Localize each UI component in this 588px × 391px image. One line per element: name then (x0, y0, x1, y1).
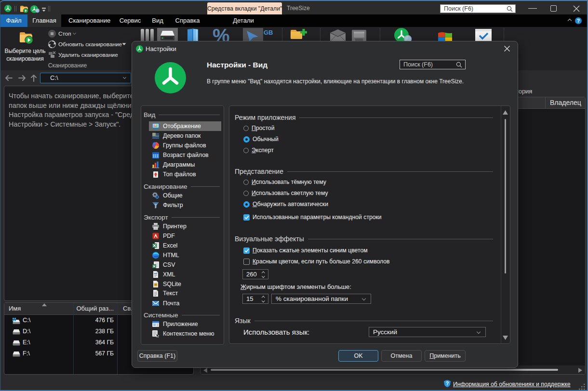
svg-text:?: ? (446, 381, 449, 386)
